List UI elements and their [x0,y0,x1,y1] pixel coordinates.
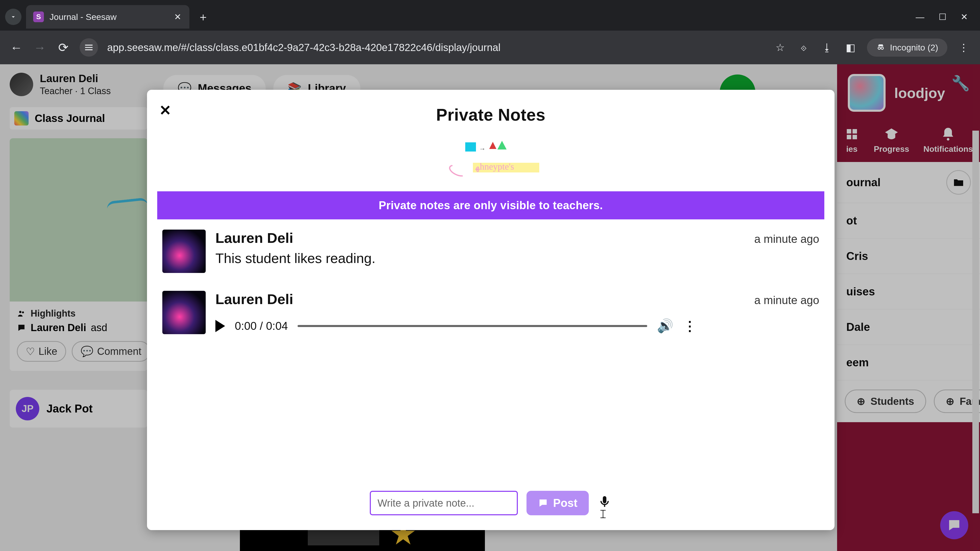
visibility-banner: Private notes are only visible to teache… [157,191,824,219]
audio-seek-bar[interactable] [298,325,647,327]
window-minimize-icon[interactable]: — [916,12,924,22]
post-button-label: Post [553,497,577,510]
browser-tab[interactable]: S Journal - Seesaw ✕ [26,5,189,29]
note-timestamp: a minute ago [754,233,819,245]
extensions-icon[interactable]: ⟐ [797,42,811,53]
post-note-button[interactable]: Post [527,491,589,515]
notes-list: Lauren Deli a minute ago This student li… [147,219,835,478]
private-notes-modal: ✕ Private Notes → ﻬhneypte's Private not… [147,90,835,530]
back-button[interactable]: ← [9,41,24,55]
private-note-input[interactable] [370,491,518,515]
note-author-avatar [162,230,206,273]
tab-favicon: S [33,11,44,22]
tabs-dropdown-button[interactable] [5,9,21,25]
incognito-indicator[interactable]: Incognito (2) [867,38,947,57]
private-note: Lauren Deli a minute ago This student li… [162,230,819,273]
svg-rect-9 [603,496,606,503]
browser-menu-icon[interactable]: ⋮ [956,41,971,53]
modal-title: Private Notes [147,105,835,124]
private-note: Lauren Deli a minute ago 0:00 / 0:04 🔊 ⋮ [162,291,819,334]
window-maximize-icon[interactable]: ☐ [939,12,946,22]
incognito-label: Incognito (2) [890,43,938,52]
audio-current-time: 0:00 [235,320,257,332]
tab-title: Journal - Seesaw [49,12,169,22]
new-tab-button[interactable]: ＋ [197,10,209,24]
play-button[interactable] [215,320,225,332]
microphone-icon [597,494,612,509]
audio-menu-button[interactable]: ⋮ [683,318,697,333]
tab-close-icon[interactable]: ✕ [174,12,181,22]
audio-time-display: 0:00 / 0:04 [235,320,288,332]
note-timestamp: a minute ago [754,294,819,306]
note-author-name: Lauren Deli [215,230,293,246]
modal-footer: Post [147,478,835,530]
window-close-icon[interactable]: ✕ [961,12,968,22]
bookmark-star-icon[interactable]: ☆ [773,41,788,53]
site-info-button[interactable] [80,38,98,57]
note-text: This student likes reading. [215,250,819,266]
speech-bubble-icon [538,498,549,508]
modal-close-button[interactable]: ✕ [159,102,171,119]
forward-button[interactable]: → [33,41,47,55]
text-cursor-icon: 𝙸 [599,507,608,521]
audio-player: 0:00 / 0:04 🔊 ⋮ [215,318,819,333]
note-author-avatar [162,291,206,334]
svg-point-0 [878,47,880,49]
svg-point-1 [881,47,883,49]
reload-button[interactable]: ⟳ [56,40,70,55]
side-panel-icon[interactable]: ◧ [843,41,858,53]
volume-icon[interactable]: 🔊 [657,318,673,333]
note-author-name: Lauren Deli [215,291,293,307]
downloads-icon[interactable]: ⭳ [820,42,834,53]
note-artwork-thumbnail: → ﻬhneypte's [437,141,544,179]
address-bar[interactable]: app.seesaw.me/#/class/class.e01bf4c2-9a2… [107,42,764,53]
browser-toolbar: ← → ⟳ app.seesaw.me/#/class/class.e01bf4… [0,30,980,64]
audio-duration: 0:04 [266,320,288,332]
browser-tab-strip: S Journal - Seesaw ✕ ＋ — ☐ ✕ [0,0,980,30]
